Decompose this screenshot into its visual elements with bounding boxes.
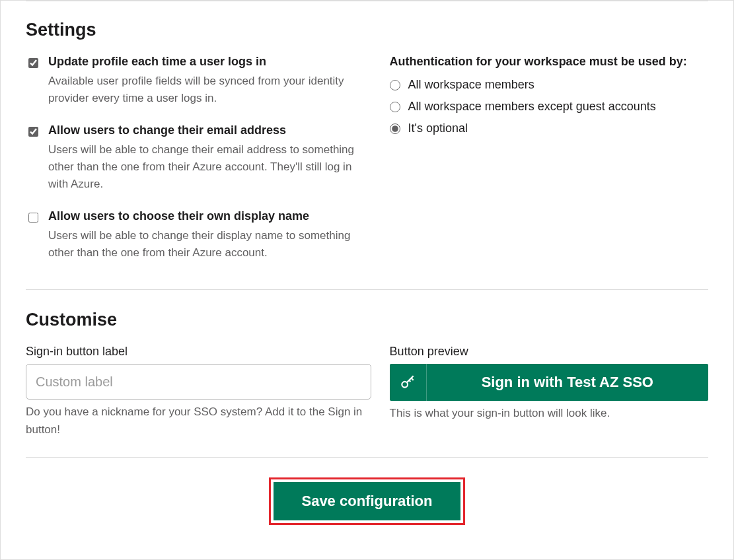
settings-list: Update profile each time a user logs in … [26,55,371,277]
setting-change-email: Allow users to change their email addres… [26,123,371,193]
customise-columns: Sign-in button label Do you have a nickn… [26,345,708,438]
signin-label-help: Do you have a nickname for your SSO syst… [26,403,371,438]
signin-label-col: Sign-in button label Do you have a nickn… [26,345,371,438]
button-preview-col: Button preview Sign in with Test AZ SSO … [390,345,708,438]
signin-label-input[interactable] [26,364,371,400]
setting-update-profile-desc: Available user profile fields will be sy… [48,73,371,108]
divider-top [26,1,708,1]
customise-heading: Customise [26,310,708,330]
divider-bottom [26,457,708,458]
setting-change-email-desc: Users will be able to change their email… [48,141,371,193]
auth-option-optional[interactable]: It's optional [390,122,708,135]
setting-update-profile: Update profile each time a user logs in … [26,55,371,108]
auth-heading: Authentication for your workspace must b… [390,55,708,69]
button-preview-help: This is what your sign-in button will lo… [390,405,708,422]
auth-option-label: All workspace members [408,78,534,92]
settings-columns: Update profile each time a user logs in … [26,55,708,277]
auth-option-label: All workspace members except guest accou… [408,100,656,114]
customise-section: Customise Sign-in button label Do you ha… [26,310,708,438]
save-row: Save configuration [26,477,708,525]
button-preview-title: Button preview [390,345,708,359]
setting-display-name: Allow users to choose their own display … [26,209,371,262]
auth-option-all-members[interactable]: All workspace members [390,78,708,92]
settings-heading: Settings [26,20,708,40]
auth-radio-optional[interactable] [390,123,400,134]
auth-option-label: It's optional [408,122,468,135]
auth-section: Authentication for your workspace must b… [390,55,708,277]
key-icon [390,364,427,401]
auth-radio-except-guests[interactable] [390,102,400,112]
save-highlight-box: Save configuration [269,477,464,525]
settings-page: Settings Update profile each time a user… [0,0,734,560]
signin-preview-button: Sign in with Test AZ SSO [390,364,708,401]
auth-option-except-guests[interactable]: All workspace members except guest accou… [390,100,708,114]
setting-display-name-title: Allow users to choose their own display … [48,209,371,223]
setting-update-profile-title: Update profile each time a user logs in [48,55,371,69]
signin-label-title: Sign-in button label [26,345,371,359]
auth-radio-all-members[interactable] [390,80,400,90]
setting-display-name-desc: Users will be able to change their displ… [48,227,371,262]
setting-update-profile-checkbox[interactable] [28,58,38,68]
svg-line-2 [412,378,414,380]
setting-change-email-title: Allow users to change their email addres… [48,123,371,137]
svg-point-0 [402,382,408,388]
setting-display-name-checkbox[interactable] [28,213,38,223]
save-configuration-button[interactable]: Save configuration [274,482,460,520]
svg-line-3 [409,380,410,382]
signin-preview-text: Sign in with Test AZ SSO [427,364,708,401]
setting-change-email-checkbox[interactable] [28,127,38,137]
divider-mid [26,289,708,290]
